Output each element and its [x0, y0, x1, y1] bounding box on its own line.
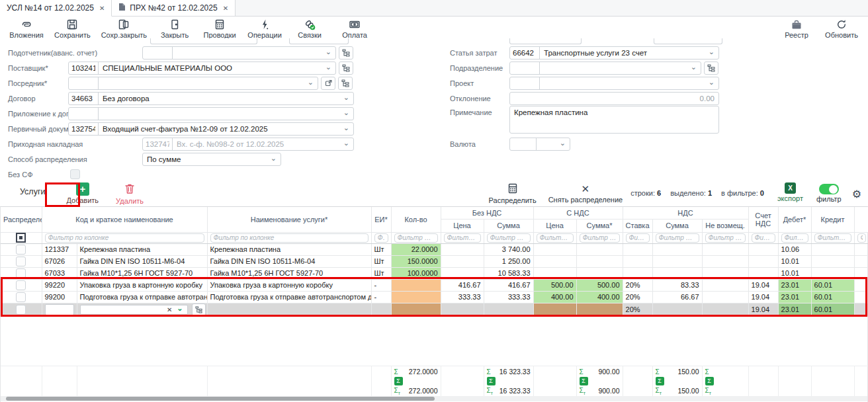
cell-rate[interactable] [623, 255, 652, 267]
posrednik-code-field[interactable] [69, 77, 99, 89]
cell-ei[interactable]: Шт [371, 255, 391, 267]
payment-button[interactable]: Оплата [332, 17, 377, 40]
proekt-input[interactable]: ⌄ [509, 77, 719, 90]
select-all-checkbox[interactable] [16, 233, 26, 243]
cell-debit[interactable]: 23.01 [778, 303, 811, 316]
column-subheader-1[interactable]: Сумма [484, 219, 533, 232]
postavshchik-tree-button[interactable] [339, 61, 353, 75]
posrednik-value-field[interactable] [99, 77, 306, 89]
chevron-down-icon[interactable]: ⌄ [707, 48, 718, 58]
row-checkbox[interactable] [16, 280, 26, 290]
row-checkbox[interactable] [16, 305, 26, 315]
cell-vat_acc[interactable] [748, 243, 778, 255]
cell-name1[interactable]: Гайка М10*1,25 6Н ГОСТ 5927-70 [77, 267, 207, 279]
cell-qty[interactable] [391, 279, 441, 291]
filter-input-sum_vat[interactable] [580, 233, 620, 243]
cell-ei[interactable] [371, 303, 391, 316]
cell-sum_vat[interactable] [576, 243, 623, 255]
podrazdelenie-code-field[interactable] [510, 62, 540, 74]
cell-name2[interactable]: Гайка DIN EN ISO 10511-М6-04 [207, 255, 371, 267]
cell-debit[interactable]: 10.01 [778, 255, 811, 267]
cell-price_no[interactable]: 333.33 [441, 291, 484, 303]
podotchetnik-input[interactable]: ⌄ [142, 46, 336, 60]
cell-extra[interactable] [854, 267, 868, 279]
scrollbar-thumb[interactable] [6, 397, 435, 401]
filter-input-rate[interactable] [626, 233, 650, 243]
cell-vat_sum[interactable] [652, 255, 702, 267]
cell-nonref[interactable] [702, 291, 748, 303]
sum-badge-icon[interactable]: Σ [656, 377, 664, 385]
podotchetnik-value-field[interactable] [173, 47, 324, 59]
cell-sum_no[interactable]: 3 740.00 [484, 243, 533, 255]
valyuta-input[interactable]: ⌄ [509, 138, 570, 151]
cell-extra[interactable] [854, 243, 868, 255]
cell-price_vat[interactable] [533, 267, 576, 279]
cell-price_no[interactable] [441, 243, 484, 255]
cell-price_vat[interactable]: 500.00 [533, 279, 576, 291]
dogovor-input[interactable]: ⌄ [68, 92, 354, 105]
cell-checkbox[interactable] [1, 243, 42, 255]
new-row-code-input[interactable] [45, 304, 74, 315]
primechanie-field[interactable]: Крепежная пластина [509, 106, 719, 134]
cell-name2[interactable] [207, 303, 371, 316]
cell-vat_sum[interactable] [652, 243, 702, 255]
column-subheader-4[interactable]: Ставка [623, 219, 652, 232]
chevron-down-icon[interactable]: ⌄ [342, 108, 353, 118]
registry-button[interactable]: Реестр [774, 17, 819, 40]
filter-cell-allocated[interactable] [1, 232, 42, 243]
cell-qty[interactable]: 150.0000 [391, 255, 441, 267]
cell-sum_vat[interactable] [576, 255, 623, 267]
new-row-name-input[interactable]: ✕⌄ [80, 305, 188, 315]
cell-price_no[interactable] [441, 255, 484, 267]
distribute-button[interactable]: Распределить [485, 181, 541, 206]
save-close-button[interactable]: Сохр.закрыть [96, 17, 152, 40]
cell-sum_no[interactable]: 333.33 [484, 291, 533, 303]
prilozhenie-value-field[interactable] [99, 108, 342, 120]
chevron-down-icon[interactable]: ⌄ [324, 63, 335, 73]
cell-name1[interactable]: Подготовка груза к отправке автотранспо.… [77, 291, 207, 303]
column-subheader-2[interactable]: Цена [533, 219, 576, 232]
chevron-down-icon[interactable]: ⌄ [707, 78, 718, 88]
sum-badge-icon[interactable]: Σ [705, 377, 714, 385]
save-button[interactable]: Сохранить [49, 17, 96, 40]
posrednik-open-button[interactable] [321, 77, 335, 90]
filter-input-debit[interactable] [781, 233, 808, 243]
cell-name1[interactable]: Гайка DIN EN ISO 10511-М6-04 [77, 255, 207, 267]
cell-name2[interactable]: Подготовка груза к отправке автотранспор… [207, 291, 371, 303]
cell-qty[interactable] [391, 303, 441, 316]
cell-sum_no[interactable]: 10 583.33 [484, 267, 533, 279]
postavshchik-input[interactable]: ⌄ [68, 61, 336, 75]
cell-price_no[interactable]: 416.67 [441, 279, 484, 291]
cell-name1[interactable]: Упаковка груза в картонную коробку [77, 279, 207, 291]
prilozhenie-input[interactable]: ⌄ [68, 107, 354, 120]
cell-credit[interactable]: 60.01 [811, 303, 854, 316]
chevron-down-icon[interactable]: ⌄ [689, 63, 701, 73]
column-header-unit[interactable]: ЕИ* [371, 207, 391, 232]
table-row[interactable]: 67033Гайка М10*1,25 6Н ГОСТ 5927-70Гайка… [1, 267, 868, 279]
dogovor-code-field[interactable] [69, 93, 99, 104]
filter-input-vat_acc[interactable] [752, 233, 775, 243]
table-row[interactable]: 121337Крепежная пластинаКрепежная пласти… [1, 243, 868, 255]
cell-name2[interactable]: Упаковка груза в картонную коробку [207, 279, 371, 291]
sum-badge-icon[interactable]: Σ [487, 377, 496, 385]
sum-badge-icon[interactable]: Σ [580, 377, 588, 385]
row-checkbox[interactable] [16, 268, 26, 278]
cell-nonref[interactable] [702, 267, 748, 279]
statya-value-field[interactable] [540, 47, 707, 59]
cell-vat_acc[interactable]: 19.04 [748, 291, 778, 303]
chevron-down-icon[interactable]: ⌄ [324, 48, 335, 58]
cell-sum_vat[interactable] [576, 267, 623, 279]
table-row[interactable]: 99220Упаковка груза в картонную коробкуУ… [1, 279, 868, 291]
column-header-code-name[interactable]: Код и краткое наименование [42, 207, 207, 232]
cell-rate[interactable] [623, 267, 652, 279]
postings-button[interactable]: Проводки [197, 17, 242, 40]
cell-ei[interactable]: Шт [371, 267, 391, 279]
proekt-value-field[interactable] [540, 77, 707, 89]
column-subheader-0[interactable]: Цена [441, 219, 484, 232]
chevron-down-icon[interactable]: ⌄ [558, 139, 570, 149]
cell-sum_no[interactable]: 1 250.00 [484, 255, 533, 267]
prilozhenie-code-field[interactable] [69, 108, 99, 120]
cell-vat_acc[interactable]: 19.04 [748, 279, 778, 291]
cell-code[interactable]: 121337 [42, 243, 77, 255]
row-checkbox[interactable] [16, 257, 26, 266]
